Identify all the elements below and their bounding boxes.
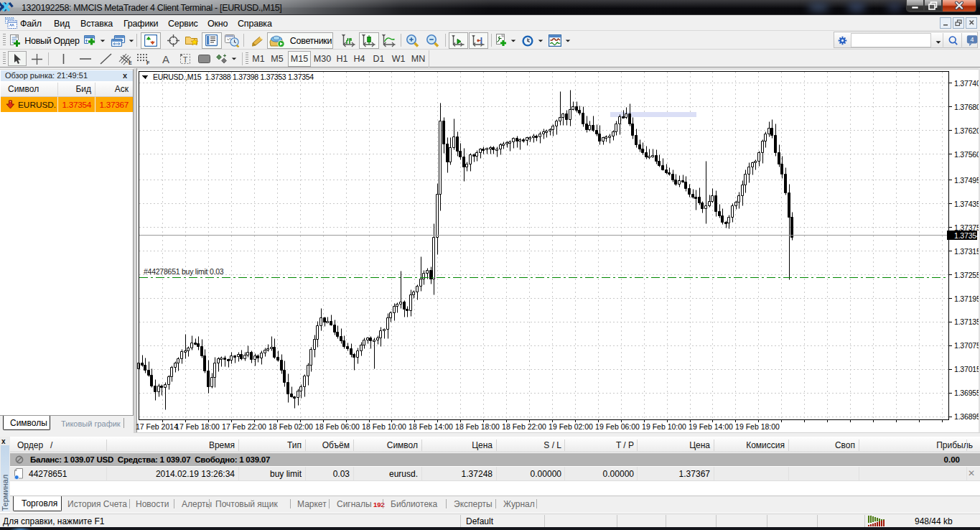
svg-text:19 Feb 10:00: 19 Feb 10:00 xyxy=(642,422,686,431)
svg-text:1.37075: 1.37075 xyxy=(954,341,980,350)
svg-text:18 Feb 06:00: 18 Feb 06:00 xyxy=(315,422,360,431)
svg-text:19 Feb 18:00: 19 Feb 18:00 xyxy=(735,422,780,431)
svg-text:18 Feb 18:00: 18 Feb 18:00 xyxy=(455,422,500,431)
svg-text:1.36895: 1.36895 xyxy=(954,412,980,421)
svg-text:4: 4 xyxy=(971,36,974,43)
svg-text:18 Feb 22:00: 18 Feb 22:00 xyxy=(502,422,546,431)
svg-text:19 Feb 02:00: 19 Feb 02:00 xyxy=(549,422,593,431)
svg-text:1.37135: 1.37135 xyxy=(954,317,980,326)
svg-text:1.36955: 1.36955 xyxy=(954,389,980,397)
svg-text:EURUSD.,M15 1.37388 1.37398 1: EURUSD.,M15 1.37388 1.37398 1.37353 1.37… xyxy=(153,73,314,81)
svg-text:T: T xyxy=(183,55,188,64)
svg-text:1.37015: 1.37015 xyxy=(954,365,980,373)
svg-text:1.37620: 1.37620 xyxy=(954,126,980,135)
svg-text:17 Feb 22:00: 17 Feb 22:00 xyxy=(222,422,266,431)
svg-text:18 Feb 10:00: 18 Feb 10:00 xyxy=(362,422,406,431)
svg-text:1.37354: 1.37354 xyxy=(954,231,980,240)
svg-text:19 Feb 14:00: 19 Feb 14:00 xyxy=(689,422,733,431)
svg-text:1.37740: 1.37740 xyxy=(954,79,980,88)
svg-text:1.37315: 1.37315 xyxy=(954,247,980,256)
svg-text:1.37560: 1.37560 xyxy=(954,150,980,159)
svg-text:17 Feb 2014: 17 Feb 2014 xyxy=(136,422,178,431)
svg-text:19 Feb 06:00: 19 Feb 06:00 xyxy=(595,422,640,431)
svg-text:#44278651 buy limit 0.03: #44278651 buy limit 0.03 xyxy=(144,267,224,276)
svg-text:1.37680: 1.37680 xyxy=(954,103,980,111)
svg-text:1.37255: 1.37255 xyxy=(954,271,980,279)
svg-text:17 Feb 18:00: 17 Feb 18:00 xyxy=(175,422,220,431)
svg-text:F: F xyxy=(146,60,150,65)
svg-text:1.37435: 1.37435 xyxy=(954,200,980,208)
svg-text:1.37195: 1.37195 xyxy=(954,294,980,303)
svg-text:18 Feb 14:00: 18 Feb 14:00 xyxy=(409,422,453,431)
svg-text:18 Feb 02:00: 18 Feb 02:00 xyxy=(269,422,313,431)
svg-text:1.37495: 1.37495 xyxy=(954,176,980,185)
svg-text:E: E xyxy=(129,60,132,65)
